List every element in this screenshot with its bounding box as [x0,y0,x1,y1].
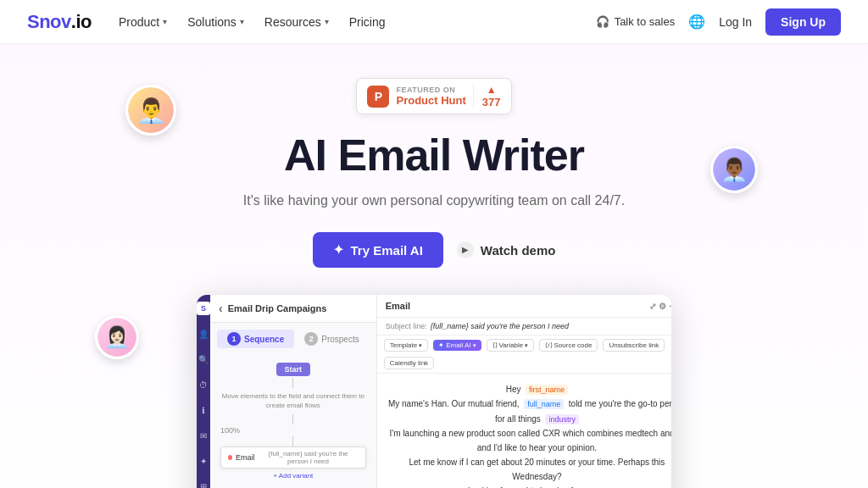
campaign-panel: ‹ Email Drip Campaigns 1 Sequence 2 Pros… [210,295,377,488]
flow-email-sub: {full_name} said you're the person I nee… [258,450,358,465]
nav-product[interactable]: Product ▾ [119,15,167,29]
var-first-name: first_name [526,385,568,395]
talk-to-sales-link[interactable]: 🎧 Talk to sales [596,15,676,28]
ai-icon: ✦ [333,242,344,258]
chevron-down-icon: ▾ [525,342,528,349]
logo[interactable]: Snov.io [27,11,92,33]
chevron-down-icon: ▾ [419,342,422,349]
add-variant-button[interactable]: + Add variant [220,472,366,480]
chevron-down-icon: ▾ [240,17,244,26]
app-screenshot: S 👤 🔍 ⏱ ℹ ✉ ✦ ⊞ ‹ Email Drip Campaigns 1… [197,295,671,488]
flow-diagram: Start Move elements to the field and con… [217,357,370,482]
campaign-header: ‹ Email Drip Campaigns [210,295,376,323]
tab-sequence[interactable]: 1 Sequence [217,330,294,348]
var-industry: industry [545,414,579,424]
back-button[interactable]: ‹ [219,302,223,315]
hero-buttons: ✦ Try Email AI ▶ Watch demo [17,232,851,268]
hero-section: 👨‍💼 👨🏾‍💼 👩🏻‍💼 P FEATURED ON Product Hunt… [0,44,868,488]
sidebar-info-icon: ℹ [197,403,210,417]
subject-bar: Subject line: {full_name} said you're th… [377,318,671,336]
flow-start-box: Start [276,363,311,376]
variable-dropdown[interactable]: ⟨⟩ Variable ▾ [487,339,535,352]
watch-demo-button[interactable]: ▶ Watch demo [457,241,556,258]
tab-prospects[interactable]: 2 Prospects [294,330,369,348]
nav-resources[interactable]: Resources ▾ [264,15,329,29]
sidebar-users-icon: 👤 [197,327,210,341]
sidebar-mail-icon: ✉ [197,429,210,442]
settings-icon[interactable]: ⚙ [659,302,666,311]
flow-email-dot [228,455,232,460]
signup-button[interactable]: Sign Up [765,8,841,36]
flow-email-node[interactable]: Email {full_name} said you're the person… [220,446,366,469]
more-icon[interactable]: ⋯ [669,302,671,311]
code-icon: ⟨/⟩ [545,341,552,349]
campaign-body: 1 Sequence 2 Prospects Start Move elemen… [210,323,376,488]
source-code-btn[interactable]: ⟨/⟩ Source code [539,339,598,352]
step-2-circle: 2 [304,332,318,346]
sidebar-grid-icon: ⊞ [197,480,210,488]
play-icon: ▶ [457,241,474,258]
var-full-name: full_name [524,399,564,409]
body-line-4: Looking forward to hearing from you. [387,484,671,488]
email-panel: Email ⤢ ⚙ ⋯ ✕ Subject line: {full_name} … [377,295,671,488]
greeting-line: Hey first_name [387,382,671,396]
language-selector[interactable]: 🌐 [688,14,705,30]
variable-icon: ⟨⟩ [492,341,498,349]
flow-connector-2 [292,414,293,424]
campaign-tabs: 1 Sequence 2 Prospects [217,330,370,348]
flow-connector-1 [292,378,293,388]
nav-pricing[interactable]: Pricing [349,15,386,29]
maximize-icon[interactable]: ⤢ [649,302,656,311]
email-toolbar: Template ▾ ✦ Email AI ▾ ⟨⟩ Variable ▾ ⟨/… [377,336,671,374]
navigation: Snov.io Product ▾ Solutions ▾ Resources … [0,0,868,44]
chevron-down-icon: ▾ [473,342,476,349]
body-line-1: My name's Han. Our mutual friend, full_n… [387,396,671,426]
email-body: Hey first_name My name's Han. Our mutual… [377,374,671,488]
sidebar-clock-icon: ⏱ [197,378,210,391]
unsubscribe-btn[interactable]: Unsubscribe link [603,339,665,352]
login-button[interactable]: Log In [719,15,752,29]
step-1-circle: 1 [227,332,241,346]
zoom-label: 100% [220,424,366,436]
email-panel-header: Email ⤢ ⚙ ⋯ ✕ [377,295,671,318]
product-hunt-icon: P [367,86,389,108]
email-ai-dropdown[interactable]: ✦ Email AI ▾ [433,340,481,351]
body-line-2: I'm launching a new product soon called … [387,426,671,455]
email-header-icons: ⤢ ⚙ ⋯ ✕ [649,300,671,312]
app-sidebar: S 👤 🔍 ⏱ ℹ ✉ ✦ ⊞ [197,295,210,488]
product-hunt-text: FEATURED ON Product Hunt [396,86,465,107]
template-dropdown[interactable]: Template ▾ [384,339,428,352]
avatar-top-right: 👨🏾‍💼 [710,146,758,193]
sidebar-search-icon: 🔍 [197,352,210,366]
nav-solutions[interactable]: Solutions ▾ [187,15,244,29]
product-hunt-count: ▲ 377 [473,84,501,108]
sidebar-star-icon: ✦ [197,454,210,468]
ai-sparkle-icon: ✦ [438,341,444,349]
nav-right: 🎧 Talk to sales 🌐 Log In Sign Up [596,8,841,36]
hero-subtitle: It's like having your own personal copyw… [17,193,851,208]
nav-links: Product ▾ Solutions ▾ Resources ▾ Pricin… [119,15,596,29]
avatar-top-left: 👨‍💼 [125,85,176,136]
product-hunt-badge[interactable]: P FEATURED ON Product Hunt ▲ 377 [356,78,511,114]
calendly-btn[interactable]: Calendly link [384,357,434,369]
body-line-3: Let me know if I can get about 20 minute… [387,455,671,484]
flow-connector-3 [292,436,293,446]
avatar-bottom-left: 👩🏻‍💼 [95,315,139,359]
flow-description: Move elements to the field and connect t… [220,391,366,410]
try-email-ai-button[interactable]: ✦ Try Email AI [313,232,443,268]
chevron-down-icon: ▾ [325,17,329,26]
headset-icon: 🎧 [596,15,609,28]
app-logo-icon: S [197,302,210,315]
chevron-down-icon: ▾ [163,17,167,26]
subject-value: {full_name} said you're the person I nee… [431,322,569,330]
